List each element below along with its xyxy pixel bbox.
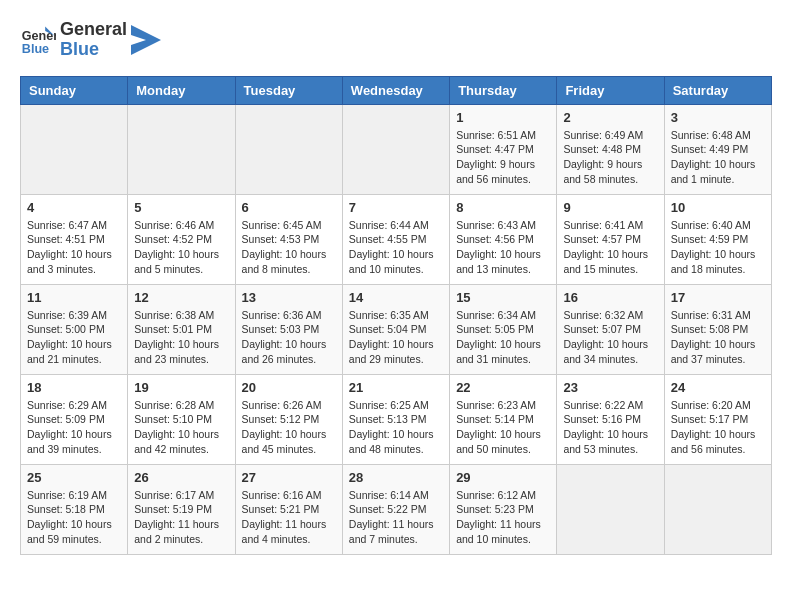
day-number: 12 [134,290,228,305]
calendar-cell: 20Sunrise: 6:26 AM Sunset: 5:12 PM Dayli… [235,374,342,464]
day-number: 25 [27,470,121,485]
day-number: 23 [563,380,657,395]
day-number: 5 [134,200,228,215]
calendar-cell [21,104,128,194]
day-number: 20 [242,380,336,395]
calendar-cell: 19Sunrise: 6:28 AM Sunset: 5:10 PM Dayli… [128,374,235,464]
calendar-cell: 26Sunrise: 6:17 AM Sunset: 5:19 PM Dayli… [128,464,235,554]
page-header: General Blue General Blue [20,20,772,60]
day-number: 4 [27,200,121,215]
day-number: 16 [563,290,657,305]
calendar-week-2: 4Sunrise: 6:47 AM Sunset: 4:51 PM Daylig… [21,194,772,284]
calendar-cell: 2Sunrise: 6:49 AM Sunset: 4:48 PM Daylig… [557,104,664,194]
calendar-table: SundayMondayTuesdayWednesdayThursdayFrid… [20,76,772,555]
calendar-cell: 22Sunrise: 6:23 AM Sunset: 5:14 PM Dayli… [450,374,557,464]
calendar-cell: 3Sunrise: 6:48 AM Sunset: 4:49 PM Daylig… [664,104,771,194]
calendar-cell: 10Sunrise: 6:40 AM Sunset: 4:59 PM Dayli… [664,194,771,284]
day-info: Sunrise: 6:40 AM Sunset: 4:59 PM Dayligh… [671,218,765,277]
calendar-cell: 18Sunrise: 6:29 AM Sunset: 5:09 PM Dayli… [21,374,128,464]
logo-icon: General Blue [20,22,56,58]
logo-blue: Blue [60,40,127,60]
day-number: 6 [242,200,336,215]
calendar-cell: 29Sunrise: 6:12 AM Sunset: 5:23 PM Dayli… [450,464,557,554]
day-number: 15 [456,290,550,305]
calendar-cell: 27Sunrise: 6:16 AM Sunset: 5:21 PM Dayli… [235,464,342,554]
calendar-cell: 1Sunrise: 6:51 AM Sunset: 4:47 PM Daylig… [450,104,557,194]
day-info: Sunrise: 6:36 AM Sunset: 5:03 PM Dayligh… [242,308,336,367]
header-sunday: Sunday [21,76,128,104]
day-info: Sunrise: 6:51 AM Sunset: 4:47 PM Dayligh… [456,128,550,187]
calendar-cell: 15Sunrise: 6:34 AM Sunset: 5:05 PM Dayli… [450,284,557,374]
day-info: Sunrise: 6:32 AM Sunset: 5:07 PM Dayligh… [563,308,657,367]
calendar-cell: 17Sunrise: 6:31 AM Sunset: 5:08 PM Dayli… [664,284,771,374]
day-info: Sunrise: 6:45 AM Sunset: 4:53 PM Dayligh… [242,218,336,277]
calendar-cell [128,104,235,194]
calendar-cell: 8Sunrise: 6:43 AM Sunset: 4:56 PM Daylig… [450,194,557,284]
calendar-cell: 24Sunrise: 6:20 AM Sunset: 5:17 PM Dayli… [664,374,771,464]
day-number: 28 [349,470,443,485]
day-number: 17 [671,290,765,305]
calendar-cell: 23Sunrise: 6:22 AM Sunset: 5:16 PM Dayli… [557,374,664,464]
day-info: Sunrise: 6:16 AM Sunset: 5:21 PM Dayligh… [242,488,336,547]
calendar-cell [342,104,449,194]
day-info: Sunrise: 6:20 AM Sunset: 5:17 PM Dayligh… [671,398,765,457]
day-info: Sunrise: 6:22 AM Sunset: 5:16 PM Dayligh… [563,398,657,457]
header-thursday: Thursday [450,76,557,104]
day-info: Sunrise: 6:44 AM Sunset: 4:55 PM Dayligh… [349,218,443,277]
calendar-cell [557,464,664,554]
calendar-cell: 25Sunrise: 6:19 AM Sunset: 5:18 PM Dayli… [21,464,128,554]
calendar-cell: 5Sunrise: 6:46 AM Sunset: 4:52 PM Daylig… [128,194,235,284]
day-number: 9 [563,200,657,215]
day-number: 8 [456,200,550,215]
day-info: Sunrise: 6:41 AM Sunset: 4:57 PM Dayligh… [563,218,657,277]
day-info: Sunrise: 6:25 AM Sunset: 5:13 PM Dayligh… [349,398,443,457]
day-info: Sunrise: 6:48 AM Sunset: 4:49 PM Dayligh… [671,128,765,187]
calendar-week-1: 1Sunrise: 6:51 AM Sunset: 4:47 PM Daylig… [21,104,772,194]
day-number: 29 [456,470,550,485]
day-number: 13 [242,290,336,305]
calendar-cell: 4Sunrise: 6:47 AM Sunset: 4:51 PM Daylig… [21,194,128,284]
logo: General Blue General Blue [20,20,161,60]
day-info: Sunrise: 6:17 AM Sunset: 5:19 PM Dayligh… [134,488,228,547]
day-number: 11 [27,290,121,305]
calendar-cell: 16Sunrise: 6:32 AM Sunset: 5:07 PM Dayli… [557,284,664,374]
day-number: 2 [563,110,657,125]
day-info: Sunrise: 6:26 AM Sunset: 5:12 PM Dayligh… [242,398,336,457]
calendar-cell: 21Sunrise: 6:25 AM Sunset: 5:13 PM Dayli… [342,374,449,464]
day-number: 19 [134,380,228,395]
day-number: 24 [671,380,765,395]
svg-marker-3 [131,25,161,55]
day-number: 14 [349,290,443,305]
day-number: 26 [134,470,228,485]
header-wednesday: Wednesday [342,76,449,104]
day-info: Sunrise: 6:14 AM Sunset: 5:22 PM Dayligh… [349,488,443,547]
header-row: SundayMondayTuesdayWednesdayThursdayFrid… [21,76,772,104]
day-number: 21 [349,380,443,395]
header-monday: Monday [128,76,235,104]
day-number: 7 [349,200,443,215]
day-info: Sunrise: 6:19 AM Sunset: 5:18 PM Dayligh… [27,488,121,547]
day-number: 1 [456,110,550,125]
calendar-cell: 11Sunrise: 6:39 AM Sunset: 5:00 PM Dayli… [21,284,128,374]
day-info: Sunrise: 6:38 AM Sunset: 5:01 PM Dayligh… [134,308,228,367]
calendar-week-3: 11Sunrise: 6:39 AM Sunset: 5:00 PM Dayli… [21,284,772,374]
calendar-cell: 9Sunrise: 6:41 AM Sunset: 4:57 PM Daylig… [557,194,664,284]
day-info: Sunrise: 6:47 AM Sunset: 4:51 PM Dayligh… [27,218,121,277]
header-tuesday: Tuesday [235,76,342,104]
header-saturday: Saturday [664,76,771,104]
calendar-cell [235,104,342,194]
calendar-week-4: 18Sunrise: 6:29 AM Sunset: 5:09 PM Dayli… [21,374,772,464]
day-info: Sunrise: 6:28 AM Sunset: 5:10 PM Dayligh… [134,398,228,457]
day-info: Sunrise: 6:49 AM Sunset: 4:48 PM Dayligh… [563,128,657,187]
calendar-cell: 6Sunrise: 6:45 AM Sunset: 4:53 PM Daylig… [235,194,342,284]
day-info: Sunrise: 6:46 AM Sunset: 4:52 PM Dayligh… [134,218,228,277]
day-info: Sunrise: 6:35 AM Sunset: 5:04 PM Dayligh… [349,308,443,367]
day-info: Sunrise: 6:43 AM Sunset: 4:56 PM Dayligh… [456,218,550,277]
calendar-cell: 12Sunrise: 6:38 AM Sunset: 5:01 PM Dayli… [128,284,235,374]
calendar-cell: 28Sunrise: 6:14 AM Sunset: 5:22 PM Dayli… [342,464,449,554]
day-info: Sunrise: 6:23 AM Sunset: 5:14 PM Dayligh… [456,398,550,457]
day-number: 3 [671,110,765,125]
day-info: Sunrise: 6:39 AM Sunset: 5:00 PM Dayligh… [27,308,121,367]
svg-text:Blue: Blue [22,41,49,55]
calendar-cell: 7Sunrise: 6:44 AM Sunset: 4:55 PM Daylig… [342,194,449,284]
